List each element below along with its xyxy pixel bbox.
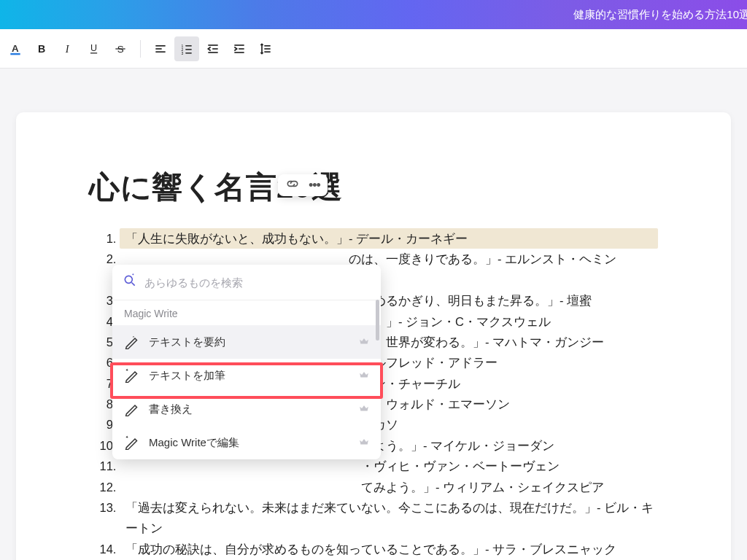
panel-scrollbar[interactable] [376,300,379,341]
svg-point-27 [125,276,132,283]
align-left-button[interactable] [148,36,173,61]
panel-search-row [112,265,381,300]
promo-banner: 健康的な習慣作りを始める方法10選 [0,0,747,29]
svg-text:3: 3 [182,50,184,55]
item-label: テキストを要約 [149,335,225,349]
magic-expand[interactable]: テキストを加筆 [112,359,381,392]
svg-text:B: B [38,43,45,55]
selection-toolbar[interactable]: ••• [278,174,328,196]
list-item[interactable]: 「過去は変えられない。未来はまだ来ていない。今ここにあるのは、現在だけだ。」- … [120,497,658,539]
panel-section-label: Magic Write [112,300,381,325]
italic-button[interactable]: I [55,36,80,61]
banner-text: 健康的な習慣作りを始める方法10選 [573,8,747,22]
bold-button[interactable]: B [29,36,54,61]
magic-rewrite[interactable]: 書き換え [112,392,381,426]
line-spacing-button[interactable] [253,36,278,61]
link-icon[interactable] [285,179,300,192]
list-item[interactable]: てみよう。」- ウィリアム・シェイクスピア [120,477,658,497]
svg-text:U: U [90,43,97,53]
font-color-button[interactable]: A [3,36,28,61]
underline-button[interactable]: U [82,36,107,61]
crown-icon [359,437,369,449]
item-label: 書き換え [149,402,193,416]
list-item[interactable]: 「人生に失敗がないと、成功もない。」- デール・カーネギー [120,228,658,249]
svg-text:I: I [65,43,70,55]
magic-edit[interactable]: Magic Writeで編集 [112,426,381,459]
magic-write-panel[interactable]: Magic Write テキストを要約 テキストを加筆 書き換え Magic W… [112,265,381,459]
text-toolbar: A B I U S 123 [0,29,747,69]
item-label: Magic Writeで編集 [149,436,239,450]
crown-icon [359,336,369,349]
page-title[interactable]: 心に響く名言20選 [89,167,658,208]
magic-search-icon [123,273,137,291]
indent-button[interactable] [227,36,252,61]
svg-text:A: A [12,43,19,54]
crown-icon [359,403,369,416]
search-input[interactable] [144,276,371,289]
strikethrough-button[interactable]: S [108,36,133,61]
svg-line-28 [132,283,135,286]
crown-icon [359,370,369,382]
more-icon[interactable]: ••• [309,182,320,189]
numbered-list-button[interactable]: 123 [174,36,199,61]
outdent-button[interactable] [201,36,225,61]
list-item[interactable]: 「成功の秘訣は、自分が求めるものを知っていることである。」- サラ・ブレスニャッ… [120,539,658,559]
svg-rect-1 [10,52,20,55]
item-label: テキストを加筆 [149,369,225,383]
magic-summarize[interactable]: テキストを要約 [112,325,381,359]
toolbar-separator [140,40,141,58]
